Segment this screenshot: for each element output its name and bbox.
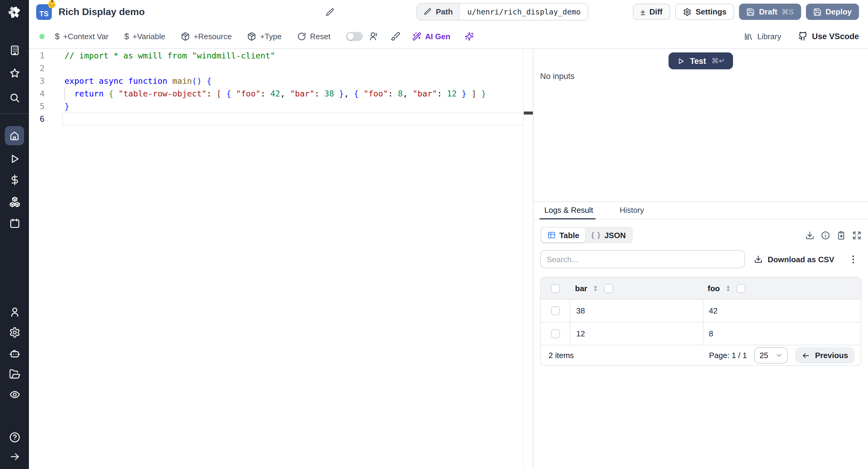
viewer-row: Table { } JSON <box>540 227 861 244</box>
search-row: Download as CSV ⋮ <box>540 250 861 268</box>
diff-button[interactable]: ± Diff <box>632 4 670 20</box>
row-checkbox[interactable] <box>551 306 560 315</box>
settings-button[interactable]: Settings <box>675 4 735 20</box>
header-actions: ± Diff Settings Draft ⌘S Deploy <box>632 4 859 20</box>
play-outline-icon <box>677 57 684 65</box>
tab-history[interactable]: History <box>618 206 645 219</box>
draft-shortcut: ⌘S <box>781 7 794 16</box>
use-vscode-button[interactable]: Use VScode <box>798 31 859 41</box>
sidebar-building-icon[interactable] <box>0 43 29 57</box>
add-variable-button[interactable]: $ +Variable <box>124 31 165 41</box>
dollar-icon: $ <box>124 31 129 41</box>
code-line-5[interactable]: 5} <box>29 100 533 113</box>
deploy-button[interactable]: Deploy <box>806 4 859 20</box>
add-type-button[interactable]: +Type <box>247 32 282 41</box>
download-icon[interactable] <box>805 230 814 240</box>
column-toggle-checkbox[interactable] <box>737 284 746 293</box>
download-csv-button[interactable]: Download as CSV <box>754 255 834 264</box>
sidebar-gear-icon[interactable] <box>0 325 29 339</box>
page-label: Page: 1 / 1 <box>709 351 747 360</box>
code-line-1[interactable]: 1// import * as wmill from "windmill-cli… <box>29 50 533 62</box>
sidebar-dollar-icon[interactable] <box>0 173 29 187</box>
ai-gen-button[interactable]: AI Gen <box>412 32 450 41</box>
ai-fix-button[interactable] <box>465 32 474 41</box>
table-row[interactable]: 3842 <box>541 300 861 322</box>
table-grid-icon <box>547 231 556 239</box>
test-shortcut: ⌘↵ <box>712 57 725 65</box>
reset-button[interactable]: Reset <box>297 32 330 41</box>
code-line-2[interactable]: 2 <box>29 62 533 75</box>
previous-label: Previous <box>815 351 848 360</box>
column-toggle-checkbox[interactable] <box>604 284 613 293</box>
sort-arrows-icon[interactable] <box>592 284 599 292</box>
format-button[interactable] <box>391 31 400 41</box>
line-number: 5 <box>29 100 44 113</box>
table-view-label: Table <box>559 230 579 240</box>
save-icon <box>813 7 821 16</box>
code-line-4[interactable]: 4 return { "table-row-object": [ { "foo"… <box>29 87 533 100</box>
row-checkbox[interactable] <box>551 329 560 338</box>
table-footer: 2 items Page: 1 / 1 25 Previous <box>541 345 861 365</box>
sidebar-star-icon[interactable] <box>0 66 29 80</box>
left-sidebar <box>0 0 29 469</box>
language-badge-wrap: TS 👶 <box>36 4 52 20</box>
context-var-label: +Context Var <box>63 32 109 41</box>
use-vscode-label: Use VScode <box>812 32 859 41</box>
info-icon[interactable] <box>821 230 830 240</box>
view-table-button[interactable]: Table <box>541 228 585 242</box>
column-header-foo[interactable]: foo <box>703 284 861 293</box>
current-line-highlight <box>62 113 524 125</box>
sidebar-user-icon[interactable] <box>0 305 29 319</box>
path-value: u/henri/rich_display_demo <box>460 4 588 20</box>
gear-icon <box>683 7 691 16</box>
clipboard-paste-icon[interactable] <box>837 230 846 240</box>
sidebar-home-icon-active[interactable] <box>5 126 24 145</box>
page-size-select[interactable]: 25 <box>754 347 788 364</box>
sidebar-robot-icon[interactable] <box>0 346 29 361</box>
draft-button[interactable]: Draft ⌘S <box>739 4 801 20</box>
previous-page-button[interactable]: Previous <box>795 347 855 364</box>
plus-minus-icon: ± <box>641 7 645 17</box>
edit-summary-button[interactable] <box>324 6 336 18</box>
code-editor[interactable]: 1// import * as wmill from "windmill-cli… <box>29 49 533 469</box>
column-label: foo <box>708 284 720 293</box>
kebab-menu-button[interactable]: ⋮ <box>849 254 858 264</box>
header-bar: TS 👶 Rich Display demo Path u/henri/rich… <box>29 0 868 24</box>
add-context-var-button[interactable]: $ +Context Var <box>55 31 108 41</box>
library-button[interactable]: Library <box>744 32 781 41</box>
sidebar-cubes-icon[interactable] <box>0 194 29 209</box>
sidebar-play-icon[interactable] <box>0 151 29 166</box>
sidebar-folder-open-icon[interactable] <box>0 367 29 381</box>
save-icon <box>747 7 755 16</box>
line-number: 6 <box>29 113 44 125</box>
inputs-section: Test ⌘↵ No inputs <box>533 49 868 202</box>
test-button[interactable]: Test ⌘↵ <box>668 53 733 69</box>
cell-bar: 12 <box>570 322 704 345</box>
diff-mode-toggle[interactable] <box>346 32 363 41</box>
download-icon <box>754 255 763 263</box>
table-row[interactable]: 128 <box>541 322 861 345</box>
sort-arrows-icon[interactable] <box>724 284 732 292</box>
search-input[interactable] <box>540 250 745 268</box>
sidebar-arrow-right-icon[interactable] <box>0 449 29 464</box>
select-all-checkbox[interactable] <box>551 284 560 293</box>
library-label: Library <box>757 32 781 41</box>
path-edit-button[interactable]: Path <box>417 4 460 20</box>
tab-logs-result[interactable]: Logs & Result <box>543 206 594 219</box>
collaborators-button[interactable] <box>369 31 378 41</box>
path-widget[interactable]: Path u/henri/rich_display_demo <box>416 3 589 21</box>
sidebar-calendar-icon[interactable] <box>0 216 29 230</box>
script-emoji: 👶 <box>47 0 57 8</box>
code-line-3[interactable]: 3export async function main() { <box>29 75 533 87</box>
no-inputs-text: No inputs <box>540 72 575 81</box>
sidebar-search-icon[interactable] <box>0 90 29 105</box>
column-header-bar[interactable]: bar <box>569 284 703 293</box>
add-resource-button[interactable]: +Resource <box>181 32 231 41</box>
sidebar-help-circle-icon[interactable] <box>0 430 29 444</box>
sidebar-eye-icon[interactable] <box>0 387 29 402</box>
items-count: 2 items <box>549 351 574 360</box>
main-column: TS 👶 Rich Display demo Path u/henri/rich… <box>29 0 868 469</box>
package-icon <box>181 32 190 41</box>
view-json-button[interactable]: { } JSON <box>585 228 632 242</box>
expand-icon[interactable] <box>852 230 861 240</box>
